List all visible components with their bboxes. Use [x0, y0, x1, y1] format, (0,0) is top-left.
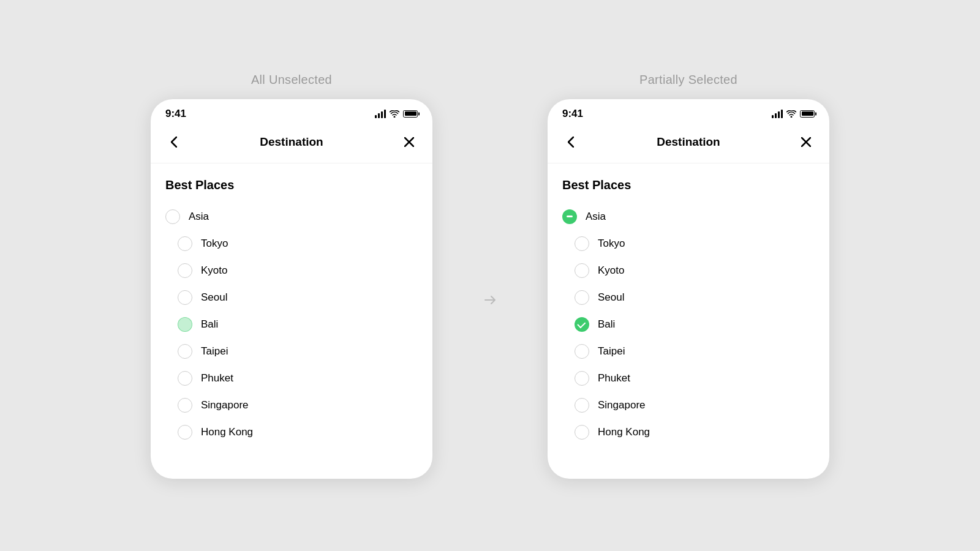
list-item-hongkong-2[interactable]: Hong Kong: [575, 419, 815, 446]
radio-tokyo-2[interactable]: [575, 236, 589, 251]
list-item-singapore-1[interactable]: Singapore: [178, 392, 418, 419]
panel-partially-selected: Partially Selected 9:41: [548, 73, 829, 479]
radio-tokyo-1[interactable]: [178, 236, 192, 251]
label-seoul-2: Seoul: [598, 291, 624, 304]
list-item-kyoto-2[interactable]: Kyoto: [575, 257, 815, 284]
list-item-asia-1[interactable]: Asia: [165, 203, 418, 230]
radio-phuket-1[interactable]: [178, 371, 192, 386]
battery-icon-2: [800, 110, 815, 118]
label-bali-2: Bali: [598, 318, 615, 331]
section-title-2: Best Places: [562, 178, 815, 192]
panel-label-2: Partially Selected: [639, 73, 737, 87]
radio-bali-2[interactable]: [575, 317, 589, 332]
radio-phuket-2[interactable]: [575, 371, 589, 386]
list-item-tokyo-1[interactable]: Tokyo: [178, 230, 418, 257]
label-phuket-1: Phuket: [201, 372, 233, 384]
list-item-taipei-1[interactable]: Taipei: [178, 338, 418, 365]
list-item-hongkong-1[interactable]: Hong Kong: [178, 419, 418, 446]
phone-frame-1: 9:41: [151, 99, 432, 479]
list-item-phuket-2[interactable]: Phuket: [575, 365, 815, 392]
radio-seoul-2[interactable]: [575, 290, 589, 305]
label-seoul-1: Seoul: [201, 291, 227, 304]
label-singapore-1: Singapore: [201, 399, 249, 411]
wifi-icon-2: [786, 110, 796, 118]
label-kyoto-1: Kyoto: [201, 264, 227, 277]
arrow-divider: [481, 291, 499, 309]
status-bar-1: 9:41: [151, 99, 432, 126]
list-item-tokyo-2[interactable]: Tokyo: [575, 230, 815, 257]
panel-label-1: All Unselected: [251, 73, 332, 87]
panel-all-unselected: All Unselected 9:41: [151, 73, 432, 479]
radio-hongkong-1[interactable]: [178, 425, 192, 440]
status-icons-1: [375, 110, 418, 118]
label-tokyo-2: Tokyo: [598, 238, 625, 250]
back-button-2[interactable]: [560, 131, 582, 153]
content-1: Best Places Asia Tokyo Kyoto: [151, 163, 432, 446]
signal-bars-2: [772, 110, 783, 118]
close-button-1[interactable]: [398, 131, 420, 153]
content-2: Best Places Asia Tokyo Kyoto: [548, 163, 829, 446]
status-time-2: 9:41: [562, 108, 583, 120]
label-bali-1: Bali: [201, 318, 218, 331]
radio-singapore-1[interactable]: [178, 398, 192, 413]
label-taipei-1: Taipei: [201, 345, 228, 358]
close-button-2[interactable]: [795, 131, 817, 153]
nav-title-2: Destination: [657, 135, 720, 149]
signal-bars-1: [375, 110, 386, 118]
nav-title-1: Destination: [260, 135, 323, 149]
label-asia-1: Asia: [189, 211, 209, 223]
radio-kyoto-2[interactable]: [575, 263, 589, 278]
list-item-singapore-2[interactable]: Singapore: [575, 392, 815, 419]
sub-items-1: Tokyo Kyoto Seoul Bali: [165, 230, 418, 446]
label-tokyo-1: Tokyo: [201, 238, 228, 250]
list-item-bali-1[interactable]: Bali: [178, 311, 418, 338]
radio-singapore-2[interactable]: [575, 398, 589, 413]
nav-bar-1: Destination: [151, 126, 432, 163]
radio-asia-1[interactable]: [165, 209, 180, 224]
list-item-taipei-2[interactable]: Taipei: [575, 338, 815, 365]
label-hongkong-2: Hong Kong: [598, 426, 650, 438]
label-asia-2: Asia: [586, 211, 606, 223]
battery-icon-1: [403, 110, 418, 118]
radio-bali-1[interactable]: [178, 317, 192, 332]
list-item-phuket-1[interactable]: Phuket: [178, 365, 418, 392]
label-hongkong-1: Hong Kong: [201, 426, 253, 438]
list-item-seoul-2[interactable]: Seoul: [575, 284, 815, 311]
label-singapore-2: Singapore: [598, 399, 646, 411]
list-item-seoul-1[interactable]: Seoul: [178, 284, 418, 311]
radio-hongkong-2[interactable]: [575, 425, 589, 440]
page-wrapper: All Unselected 9:41: [0, 0, 980, 551]
radio-kyoto-1[interactable]: [178, 263, 192, 278]
label-kyoto-2: Kyoto: [598, 264, 624, 277]
list-item-kyoto-1[interactable]: Kyoto: [178, 257, 418, 284]
nav-bar-2: Destination: [548, 126, 829, 163]
section-title-1: Best Places: [165, 178, 418, 192]
radio-asia-2[interactable]: [562, 209, 577, 224]
list-item-asia-2[interactable]: Asia: [562, 203, 815, 230]
label-taipei-2: Taipei: [598, 345, 625, 358]
label-phuket-2: Phuket: [598, 372, 630, 384]
radio-seoul-1[interactable]: [178, 290, 192, 305]
phone-frame-2: 9:41: [548, 99, 829, 479]
status-bar-2: 9:41: [548, 99, 829, 126]
status-time-1: 9:41: [165, 108, 186, 120]
wifi-icon-1: [390, 110, 399, 118]
status-icons-2: [772, 110, 815, 118]
back-button-1[interactable]: [163, 131, 185, 153]
list-item-bali-2[interactable]: Bali: [575, 311, 815, 338]
sub-items-2: Tokyo Kyoto Seoul Bali: [562, 230, 815, 446]
radio-taipei-1[interactable]: [178, 344, 192, 359]
radio-taipei-2[interactable]: [575, 344, 589, 359]
